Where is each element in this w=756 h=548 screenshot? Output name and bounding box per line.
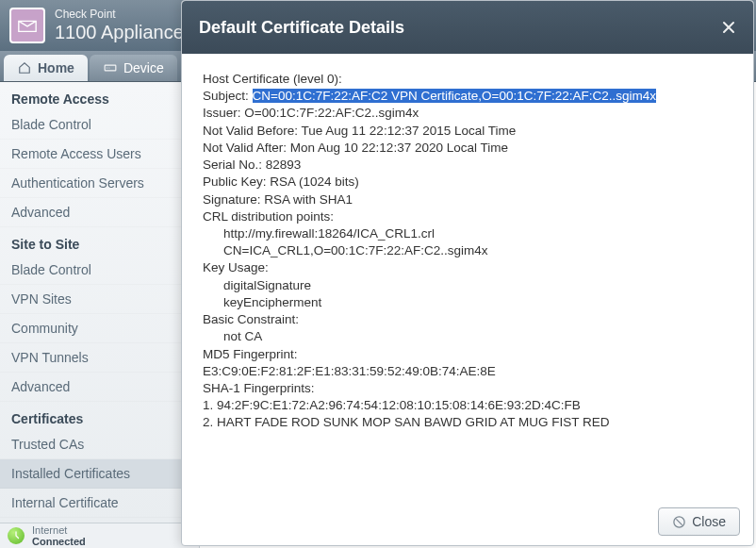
cert-key-usage-1: digitalSignature [203,277,732,294]
cert-issuer: Issuer: O=00:1C:7F:22:AF:C2..sgim4x [203,105,732,122]
cert-sha-head: SHA-1 Fingerprints: [203,380,732,397]
cert-subject-value[interactable]: CN=00:1C:7F:22:AF:C2 VPN Certificate,O=0… [253,89,656,103]
cert-subject-line: Subject: CN=00:1C:7F:22:AF:C2 VPN Certif… [203,88,732,105]
cert-key-usage-head: Key Usage: [203,259,732,276]
cert-key-usage-2: keyEncipherment [203,294,732,311]
cert-not-valid-after: Not Valid After: Mon Aug 10 22:12:37 202… [203,140,732,157]
cert-md5-head: MD5 Fingerprint: [203,346,732,363]
close-button[interactable]: Close [658,507,740,536]
cert-public-key: Public Key: RSA (1024 bits) [203,174,732,191]
cert-basic-constraint-value: not CA [203,328,732,345]
cert-not-valid-before: Not Valid Before: Tue Aug 11 22:12:37 20… [203,123,732,140]
cert-serial: Serial No.: 82893 [203,157,732,174]
cert-sha-2: 2. HART FADE ROD SUNK MOP SAN BAWD GRID … [203,414,732,431]
close-icon[interactable] [721,20,736,35]
cert-signature: Signature: RSA with SHA1 [203,191,732,208]
modal-title: Default Certificate Details [199,18,404,38]
cert-basic-constraint-head: Basic Constraint: [203,311,732,328]
cert-sha-1: 1. 94:2F:9C:E1:72:A2:96:74:54:12:08:10:1… [203,397,732,414]
cert-md5-value: E3:C9:0E:F2:81:2F:E1:83:31:59:52:49:0B:7… [203,363,732,380]
certificate-details-modal: Default Certificate Details Host Certifi… [181,0,754,546]
cert-level: Host Certificate (level 0): [203,71,732,88]
cert-subject-label: Subject: [203,89,253,103]
close-button-label: Close [692,514,726,529]
cert-crl-head: CRL distribution points: [203,208,732,225]
modal-body: Host Certificate (level 0): Subject: CN=… [182,54,753,498]
cert-crl-dn: CN=ICA_CRL1,O=00:1C:7F:22:AF:C2..sgim4x [203,242,732,259]
modal-header: Default Certificate Details [182,1,753,54]
cert-crl-url: http://my.firewall:18264/ICA_CRL1.crl [203,225,732,242]
modal-footer: Close [182,498,753,545]
cancel-icon [672,515,686,529]
